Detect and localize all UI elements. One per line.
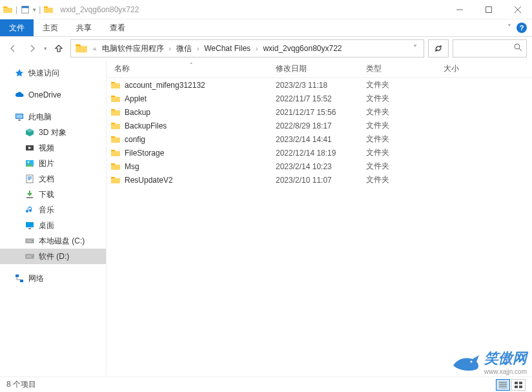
nav-label: 音乐 — [39, 205, 54, 216]
doc-icon — [25, 174, 35, 184]
close-button[interactable] — [503, 0, 532, 19]
folder-icon — [110, 148, 121, 158]
file-date: 2021/12/17 15:56 — [276, 108, 366, 117]
navigation-pane: 快速访问 OneDrive 此电脑 3D 对象视频图片文档下载音乐桌面本地磁盘 … — [0, 60, 107, 375]
file-name: BackupFiles — [125, 121, 167, 130]
file-name: Msg — [125, 162, 139, 171]
sidebar-item[interactable]: 软件 (D:) — [0, 249, 106, 264]
sidebar-item[interactable]: 桌面 — [0, 218, 106, 233]
table-row[interactable]: Backup2021/12/17 15:56文件夹 — [107, 105, 532, 119]
item-count: 8 个项目 — [6, 379, 36, 390]
sidebar-item[interactable]: 下载 — [0, 187, 106, 202]
sidebar-item[interactable]: 图片 — [0, 156, 106, 171]
column-date[interactable]: 修改日期 — [276, 63, 366, 74]
sidebar-item[interactable]: 本地磁盘 (C:) — [0, 233, 106, 249]
svg-rect-13 — [28, 228, 31, 229]
sidebar-this-pc[interactable]: 此电脑 — [0, 109, 106, 125]
sidebar-onedrive[interactable]: OneDrive — [0, 87, 106, 103]
folder-icon — [43, 5, 54, 15]
properties-icon[interactable] — [20, 5, 30, 15]
help-icon[interactable]: ? — [517, 23, 527, 33]
ribbon-collapse-icon[interactable]: ˅ — [507, 23, 511, 32]
svg-rect-11 — [26, 197, 33, 198]
column-type[interactable]: 类型 — [366, 63, 444, 74]
nav-label: 本地磁盘 (C:) — [39, 236, 85, 247]
folder-icon — [3, 5, 13, 15]
svg-point-9 — [28, 161, 30, 163]
sidebar-item[interactable]: 3D 对象 — [0, 125, 106, 140]
breadcrumb-root-sep[interactable]: « — [90, 45, 99, 52]
file-list: ˄ 名称 修改日期 类型 大小 account_mifeng3121322023… — [107, 60, 532, 375]
column-size[interactable]: 大小 — [444, 63, 532, 74]
quick-access-toolbar: | ▾ | — [0, 5, 56, 15]
breadcrumb-item[interactable]: WeChat Files — [201, 40, 253, 57]
minimize-button[interactable] — [445, 0, 474, 19]
table-row[interactable]: account_mifeng3121322023/2/3 11:18文件夹 — [107, 78, 532, 92]
sort-ascending-icon: ˄ — [190, 62, 193, 68]
column-name[interactable]: ˄ 名称 — [107, 63, 276, 74]
svg-rect-12 — [26, 222, 34, 227]
chevron-right-icon[interactable]: › — [194, 45, 201, 52]
back-button[interactable] — [5, 41, 21, 56]
network-icon — [14, 273, 25, 284]
file-date: 2022/12/14 18:19 — [276, 149, 366, 158]
nav-label: 软件 (D:) — [39, 251, 69, 262]
qat-separator: | — [15, 5, 17, 14]
sidebar-item[interactable]: 音乐 — [0, 202, 106, 218]
svg-rect-23 — [519, 386, 522, 388]
ribbon-tab-view[interactable]: 查看 — [101, 19, 134, 36]
file-tab[interactable]: 文件 — [0, 19, 34, 36]
forward-button[interactable] — [25, 41, 40, 56]
details-view-button[interactable] — [496, 379, 510, 391]
table-row[interactable]: FileStorage2022/12/14 18:19文件夹 — [107, 146, 532, 160]
svg-point-15 — [32, 240, 33, 242]
file-name: ResUpdateV2 — [125, 176, 173, 185]
recent-locations-icon[interactable]: ▾ — [44, 45, 47, 52]
sidebar-item[interactable]: 文档 — [0, 171, 106, 187]
file-type: 文件夹 — [366, 147, 444, 158]
breadcrumb-item[interactable]: wxid_2vqg6on80yx722 — [260, 40, 344, 57]
table-row[interactable]: config2023/2/14 14:41文件夹 — [107, 132, 532, 146]
download-icon — [25, 189, 35, 200]
address-dropdown-icon[interactable]: ˅ — [408, 44, 422, 53]
nav-label: 桌面 — [39, 220, 54, 231]
folder-icon — [110, 175, 121, 185]
table-row[interactable]: Applet2022/11/7 15:52文件夹 — [107, 92, 532, 105]
video-icon — [25, 143, 35, 153]
qat-chevron-icon[interactable]: ▾ — [33, 6, 36, 13]
file-type: 文件夹 — [366, 134, 444, 145]
folder-icon — [110, 94, 121, 104]
disk-icon — [25, 236, 35, 246]
address-bar[interactable]: « 电脑软件应用程序 › 微信 › WeChat Files › wxid_2v… — [70, 39, 424, 57]
sidebar-item[interactable]: 视频 — [0, 140, 106, 156]
chevron-right-icon[interactable]: › — [253, 45, 260, 52]
sidebar-network[interactable]: 网络 — [0, 271, 106, 286]
sidebar-quick-access[interactable]: 快速访问 — [0, 65, 106, 81]
chevron-right-icon[interactable]: › — [167, 45, 174, 52]
table-row[interactable]: Msg2023/2/14 10:23文件夹 — [107, 160, 532, 173]
svg-point-3 — [515, 44, 520, 49]
ribbon: 文件 主页 共享 查看 ˅ ? — [0, 19, 532, 37]
search-icon[interactable] — [514, 43, 522, 54]
3d-icon — [25, 127, 35, 138]
maximize-button[interactable] — [474, 0, 503, 19]
up-button[interactable] — [51, 41, 66, 56]
thumbnails-view-button[interactable] — [511, 379, 526, 391]
nav-label: 文档 — [39, 174, 54, 185]
table-row[interactable]: ResUpdateV22023/2/10 11:07文件夹 — [107, 173, 532, 187]
pc-icon — [14, 112, 25, 122]
nav-label: 图片 — [39, 158, 54, 169]
breadcrumb-item[interactable]: 电脑软件应用程序 — [99, 40, 167, 57]
refresh-button[interactable] — [428, 39, 449, 57]
ribbon-tab-share[interactable]: 共享 — [67, 19, 101, 36]
file-date: 2023/2/10 11:07 — [276, 176, 366, 185]
nav-label: 网络 — [28, 273, 44, 284]
file-name: config — [125, 135, 145, 144]
ribbon-tab-home[interactable]: 主页 — [34, 19, 67, 36]
svg-rect-18 — [15, 274, 19, 277]
window-title: wxid_2vqg6on80yx722 — [60, 5, 139, 14]
search-input[interactable] — [457, 44, 514, 53]
search-box[interactable] — [453, 39, 527, 57]
table-row[interactable]: BackupFiles2022/8/29 18:17文件夹 — [107, 119, 532, 132]
breadcrumb-item[interactable]: 微信 — [174, 40, 194, 57]
